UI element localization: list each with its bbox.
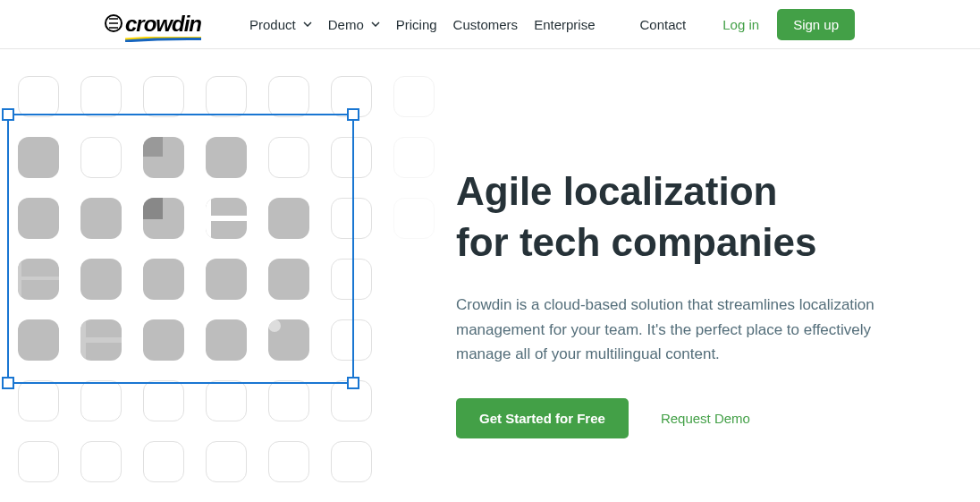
tile-empty <box>80 380 122 421</box>
nav-product-label: Product <box>249 17 296 32</box>
resize-handle-icon[interactable] <box>2 108 14 121</box>
tile-empty <box>206 76 247 117</box>
logo[interactable]: crowdin <box>125 12 201 37</box>
request-demo-link[interactable]: Request Demo <box>661 411 750 426</box>
resize-handle-icon[interactable] <box>347 377 359 389</box>
nav-pricing[interactable]: Pricing <box>396 17 437 32</box>
nav-enterprise[interactable]: Enterprise <box>534 17 595 32</box>
nav-contact[interactable]: Contact <box>640 17 687 32</box>
selection-box[interactable] <box>7 114 354 384</box>
login-link[interactable]: Log in <box>722 17 759 32</box>
main-nav: Product Demo Pricing Customers Enterpris… <box>249 17 686 32</box>
tile-empty <box>268 380 309 421</box>
tile-empty <box>143 380 184 421</box>
tile-empty <box>143 76 184 117</box>
nav-demo[interactable]: Demo <box>328 17 380 32</box>
hero-description: Crowdin is a cloud-based solution that s… <box>456 293 876 366</box>
tile-empty <box>268 76 309 117</box>
signup-button[interactable]: Sign up <box>777 9 855 40</box>
tile-empty <box>80 76 122 117</box>
nav-customers[interactable]: Customers <box>453 17 519 32</box>
logo-swoosh-icon <box>125 37 201 42</box>
chevron-down-icon <box>371 21 380 27</box>
tile-empty <box>206 441 247 482</box>
hero-title: Agile localization for tech companies <box>456 166 908 268</box>
logo-emblem-icon <box>104 13 123 33</box>
tile-empty <box>393 76 435 117</box>
nav-product[interactable]: Product <box>249 17 312 32</box>
cta-row: Get Started for Free Request Demo <box>456 398 908 438</box>
hero-illustration <box>0 76 429 502</box>
tile-empty <box>393 137 435 178</box>
main-header: crowdin Product Demo Pricing Customers E… <box>0 0 980 49</box>
get-started-button[interactable]: Get Started for Free <box>456 398 629 438</box>
logo-text: crowdin <box>125 12 201 37</box>
tile-empty <box>331 441 372 482</box>
tile-empty <box>80 441 122 482</box>
tile-empty <box>18 441 59 482</box>
hero-section: Agile localization for tech companies Cr… <box>0 49 980 502</box>
tile-empty <box>143 441 184 482</box>
tile-empty <box>268 441 309 482</box>
chevron-down-icon <box>303 21 312 27</box>
hero-content: Agile localization for tech companies Cr… <box>429 76 980 502</box>
tile-empty <box>206 380 247 421</box>
tile-empty <box>393 198 435 239</box>
resize-handle-icon[interactable] <box>2 377 14 389</box>
resize-handle-icon[interactable] <box>347 108 359 121</box>
nav-demo-label: Demo <box>328 17 364 32</box>
tile-empty <box>18 380 59 421</box>
tile-empty <box>18 76 59 117</box>
